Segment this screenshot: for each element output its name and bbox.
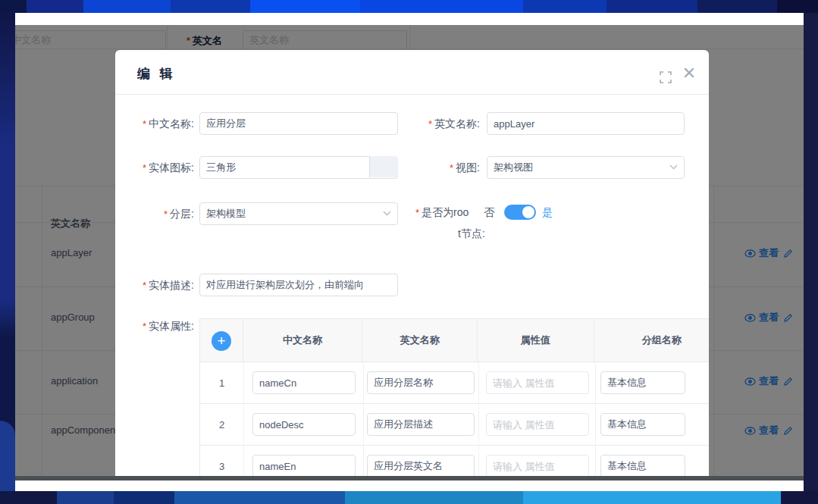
required-mark: * xyxy=(143,118,146,130)
edit-dialog: 编 辑 ✕ *中文名称: *英文名称: *实体图标: *视图: xyxy=(115,50,709,476)
fullscreen-icon[interactable] xyxy=(660,71,672,83)
attr-group-input[interactable] xyxy=(600,455,685,476)
required-mark: * xyxy=(450,162,453,174)
attr-name-en-input[interactable] xyxy=(367,455,475,476)
required-mark: * xyxy=(143,321,146,332)
band-segment xyxy=(777,0,818,13)
layer-select-value[interactable] xyxy=(199,202,398,225)
band-segment xyxy=(345,491,523,504)
toggle-knob xyxy=(522,206,534,218)
attr-table-row: 2 xyxy=(199,404,709,446)
left-border xyxy=(0,13,15,491)
is-root-toggle[interactable] xyxy=(504,205,536,220)
attr-name-en-input[interactable] xyxy=(367,413,475,436)
band-segment xyxy=(523,491,781,504)
band-segment xyxy=(83,0,171,13)
band-segment xyxy=(27,0,83,13)
band-segment xyxy=(114,491,174,504)
required-mark: * xyxy=(143,162,146,174)
attr-value-input[interactable] xyxy=(486,371,589,394)
attr-table-row: 1 xyxy=(199,362,709,404)
view-label: *视图: xyxy=(373,161,480,175)
required-mark: * xyxy=(143,280,146,291)
attr-value-input[interactable] xyxy=(486,413,589,436)
table-line xyxy=(243,446,244,476)
switch-off-label: 否 xyxy=(484,206,494,220)
band-segment xyxy=(781,491,818,504)
table-line xyxy=(478,404,479,446)
bottom-white-strip xyxy=(15,481,804,491)
attr-header-group: 分组名称 xyxy=(594,319,709,362)
band-segment xyxy=(523,0,606,13)
layer-label: *分层: xyxy=(115,208,194,221)
attr-value-input[interactable] xyxy=(486,455,589,476)
chevron-down-icon xyxy=(383,211,391,216)
required-mark: * xyxy=(428,118,432,130)
table-line xyxy=(595,362,596,404)
table-line xyxy=(478,362,479,404)
left-border-curve xyxy=(0,421,15,491)
band-segment xyxy=(360,0,523,13)
attr-group-input[interactable] xyxy=(600,413,685,436)
required-mark: * xyxy=(164,208,168,220)
attr-row-number: 2 xyxy=(200,419,243,430)
entity-attrs-label: *实体属性: xyxy=(115,320,194,333)
entity-desc-label: *实体描述: xyxy=(115,279,194,293)
is-root-label-line2: t节点: xyxy=(458,227,503,241)
top-white-strip xyxy=(15,13,804,25)
table-line xyxy=(595,446,596,476)
table-line xyxy=(243,404,244,446)
attr-header-name-cn: 中文名称 xyxy=(243,319,363,362)
bottom-border-band xyxy=(0,491,818,504)
dialog-header: 编 辑 ✕ xyxy=(115,50,709,95)
view-select-value[interactable] xyxy=(487,156,685,179)
attr-header-name-en: 英文名称 xyxy=(362,319,478,362)
attr-row-number: 3 xyxy=(200,461,243,472)
band-segment xyxy=(606,0,697,13)
screen: *英文名 英文名称 appLayer appGroup application … xyxy=(0,0,818,504)
add-attr-button[interactable]: + xyxy=(212,331,231,351)
attr-name-cn-input[interactable] xyxy=(252,371,356,394)
entity-icon-input[interactable] xyxy=(199,156,398,179)
chevron-down-icon xyxy=(669,164,678,170)
band-segment xyxy=(57,491,114,504)
name-cn-label: *中文名称: xyxy=(115,117,194,131)
entity-desc-input[interactable] xyxy=(199,274,398,296)
required-mark: * xyxy=(415,207,419,218)
band-segment xyxy=(171,0,250,13)
table-line xyxy=(363,362,364,404)
band-segment xyxy=(697,0,777,13)
is-root-label: *是否为roo xyxy=(415,206,480,220)
table-line xyxy=(595,404,596,446)
right-border xyxy=(804,13,818,491)
attr-header-value: 属性值 xyxy=(478,319,594,362)
top-border-band xyxy=(0,0,818,13)
app-content: *英文名 英文名称 appLayer appGroup application … xyxy=(15,25,804,481)
entity-icon-label: *实体图标: xyxy=(115,161,194,175)
attr-table-header: + 中文名称 英文名称 属性值 分组名称 xyxy=(199,318,709,362)
switch-on-label: 是 xyxy=(542,206,553,220)
table-line xyxy=(363,404,364,446)
attr-row-number: 1 xyxy=(200,377,243,389)
table-line xyxy=(243,362,244,404)
close-icon[interactable]: ✕ xyxy=(681,65,697,82)
dialog-title: 编 辑 xyxy=(137,65,176,83)
name-en-label: *英文名称: xyxy=(373,117,480,131)
view-select[interactable] xyxy=(487,156,685,179)
entity-icon-field xyxy=(199,156,398,179)
table-line xyxy=(478,446,479,476)
layer-select[interactable] xyxy=(199,202,398,225)
band-segment xyxy=(0,491,57,504)
attr-table-row: 3 xyxy=(199,446,709,476)
table-line xyxy=(363,446,364,476)
attr-name-cn-input[interactable] xyxy=(252,413,356,436)
attr-name-cn-input[interactable] xyxy=(252,455,356,476)
name-cn-input[interactable] xyxy=(199,112,398,135)
attr-name-en-input[interactable] xyxy=(367,371,475,394)
band-segment xyxy=(0,0,27,13)
name-en-input[interactable] xyxy=(487,112,685,135)
band-segment xyxy=(174,491,345,504)
entity-attrs-table: + 中文名称 英文名称 属性值 分组名称 1 2 xyxy=(199,318,709,476)
attr-group-input[interactable] xyxy=(600,371,685,394)
band-segment xyxy=(250,0,360,13)
